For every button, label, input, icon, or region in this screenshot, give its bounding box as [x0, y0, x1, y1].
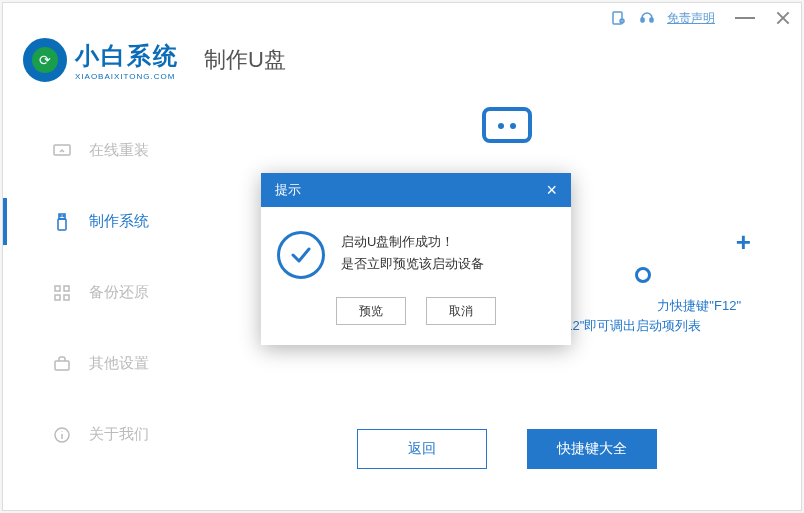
svg-rect-9 [55, 286, 60, 291]
svg-point-7 [60, 215, 61, 216]
action-row: 返回 快捷键大全 [213, 429, 801, 469]
info-icon [53, 426, 71, 444]
sidebar-item-settings[interactable]: 其他设置 [3, 340, 213, 387]
modal-footer: 预览 取消 [261, 297, 571, 345]
sidebar-item-about[interactable]: 关于我们 [3, 411, 213, 458]
svg-rect-3 [650, 18, 653, 22]
titlebar: 免责声明 [3, 3, 801, 33]
grid-icon [53, 284, 71, 302]
sidebar-item-label: 在线重装 [89, 141, 149, 160]
modal-header: 提示 × [261, 173, 571, 207]
sidebar-item-label: 备份还原 [89, 283, 149, 302]
modal-title: 提示 [275, 181, 301, 199]
header: ⟳ 小白系统 XIAOBAIXITONG.COM 制作U盘 [3, 33, 801, 97]
support-icon[interactable] [639, 10, 655, 26]
svg-point-8 [63, 215, 64, 216]
sidebar-item-label: 其他设置 [89, 354, 149, 373]
page-title: 制作U盘 [204, 45, 286, 75]
preview-button[interactable]: 预览 [336, 297, 406, 325]
modal-line1: 启动U盘制作成功！ [341, 231, 484, 253]
svg-rect-10 [64, 286, 69, 291]
feedback-icon[interactable] [611, 10, 627, 26]
back-button[interactable]: 返回 [357, 429, 487, 469]
sidebar-item-backup[interactable]: 备份还原 [3, 269, 213, 316]
cancel-button[interactable]: 取消 [426, 297, 496, 325]
svg-rect-13 [55, 361, 69, 370]
sidebar-item-label: 关于我们 [89, 425, 149, 444]
sidebar-item-create[interactable]: 制作系统 [3, 198, 213, 245]
close-button[interactable] [775, 10, 791, 26]
logo-icon: ⟳ [23, 38, 67, 82]
shortcut-button[interactable]: 快捷键大全 [527, 429, 657, 469]
logo-subtitle: XIAOBAIXITONG.COM [75, 72, 179, 81]
logo: ⟳ 小白系统 XIAOBAIXITONG.COM [23, 38, 179, 82]
logo-title: 小白系统 [75, 40, 179, 72]
disclaimer-link[interactable]: 免责声明 [667, 10, 715, 27]
modal-line2: 是否立即预览该启动设备 [341, 253, 484, 275]
sidebar-item-reinstall[interactable]: 在线重装 [3, 127, 213, 174]
monitor-icon [53, 142, 71, 160]
svg-rect-12 [64, 295, 69, 300]
modal-message: 启动U盘制作成功！ 是否立即预览该启动设备 [341, 231, 484, 279]
svg-rect-11 [55, 295, 60, 300]
app-window: 免责声明 ⟳ 小白系统 XIAOBAIXITONG.COM 制作U盘 在线重装 [2, 2, 802, 511]
hint-right: 力快捷键"F12" [657, 297, 741, 315]
svg-rect-5 [58, 219, 66, 230]
minimize-button[interactable] [735, 17, 755, 19]
svg-rect-2 [641, 18, 644, 22]
modal-close-icon[interactable]: × [546, 181, 557, 199]
ring-icon [635, 267, 651, 283]
check-icon [277, 231, 325, 279]
sidebar-item-label: 制作系统 [89, 212, 149, 231]
sidebar: 在线重装 制作系统 备份还原 其他设置 [3, 97, 213, 504]
modal-dialog: 提示 × 启动U盘制作成功！ 是否立即预览该启动设备 预览 取消 [261, 173, 571, 345]
modal-body: 启动U盘制作成功！ 是否立即预览该启动设备 [261, 207, 571, 297]
case-icon [53, 355, 71, 373]
usb-icon [53, 213, 71, 231]
add-icon[interactable]: + [736, 227, 751, 258]
usb-graphic [482, 107, 532, 143]
